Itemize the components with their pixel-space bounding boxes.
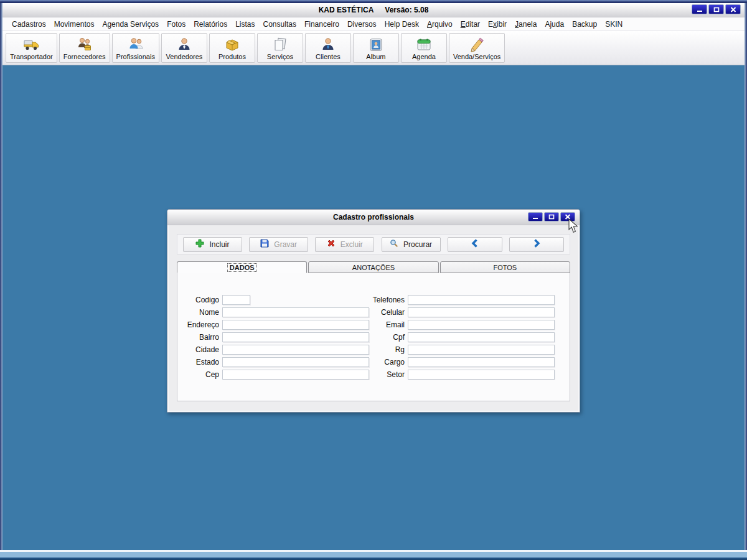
codigo-label: Codigo — [178, 296, 219, 304]
nome-label: Nome — [178, 308, 219, 317]
menu-item-ajuda[interactable]: Ajuda — [542, 19, 567, 30]
menu-item-help-desk[interactable]: Help Desk — [382, 19, 422, 30]
codigo-input[interactable] — [222, 295, 250, 305]
nome-input[interactable] — [222, 307, 369, 317]
menu-item-arquivo[interactable]: Arquivo — [424, 19, 456, 30]
album-icon — [368, 35, 384, 53]
documents-icon — [272, 35, 288, 53]
form-row: Nome — [178, 307, 369, 317]
estado-input[interactable] — [222, 357, 369, 367]
celular-input[interactable] — [408, 307, 555, 317]
previous-record-button[interactable] — [448, 237, 502, 252]
toolbar-button-profissionais[interactable]: Profissionais — [112, 33, 159, 63]
setor-input[interactable] — [408, 370, 555, 380]
menu-item-listas[interactable]: Listas — [232, 19, 258, 30]
next-record-button[interactable] — [509, 237, 564, 252]
toolbar-button-agenda[interactable]: Agenda — [401, 33, 447, 63]
celular-label: Celular — [365, 308, 405, 317]
professionals-icon — [128, 35, 144, 53]
toolbar-label: Vendedores — [166, 53, 203, 60]
gravar-button[interactable]: Gravar — [249, 237, 308, 252]
menu-item-janela[interactable]: Janela — [512, 19, 540, 30]
close-icon — [730, 5, 736, 14]
rg-label: Rg — [365, 345, 405, 354]
bairro-input[interactable] — [222, 332, 369, 342]
toolbar-button-album[interactable]: Album — [353, 33, 399, 63]
cidade-label: Cidade — [178, 345, 219, 354]
delete-x-icon — [327, 239, 336, 250]
toolbar-button-clientes[interactable]: Clientes — [305, 33, 351, 63]
toolbar-label: Profissionais — [116, 53, 155, 60]
main-toolbar: Transportador Fornecedores Profissionais… — [2, 31, 745, 65]
cpf-input[interactable] — [408, 332, 555, 342]
cadastro-profissionais-dialog: Cadastro profissionais Incluir Gravar Ex… — [167, 209, 580, 413]
menu-item-agenda-servicos[interactable]: Agenda Serviços — [99, 19, 162, 30]
endereco-input[interactable] — [222, 320, 369, 330]
main-titlebar: KAD ESTÉTICA Versão: 5.08 — [2, 3, 745, 17]
rg-input[interactable] — [408, 345, 555, 355]
bairro-label: Bairro — [178, 333, 219, 342]
menu-item-relatorios[interactable]: Relatórios — [190, 19, 230, 30]
toolbar-button-servicos[interactable]: Serviços — [257, 33, 303, 63]
tab-fotos[interactable]: FOTOS — [440, 261, 570, 273]
chevron-right-icon — [532, 239, 541, 250]
app-version: Versão: 5.08 — [385, 6, 428, 14]
email-input[interactable] — [408, 320, 555, 330]
dialog-minimize-button[interactable] — [528, 212, 543, 222]
menu-item-movimentos[interactable]: Movimentos — [51, 19, 98, 30]
products-icon — [224, 35, 240, 53]
suppliers-icon — [77, 35, 93, 53]
form-row: Setor — [365, 369, 555, 380]
form-row: Rg — [365, 344, 555, 355]
maximize-icon — [548, 212, 555, 222]
mouse-cursor — [568, 218, 578, 234]
form-row: Cep — [178, 369, 369, 380]
close-button[interactable] — [725, 4, 741, 14]
toolbar-label: Album — [366, 53, 385, 60]
truck-icon — [23, 35, 40, 53]
toolbar-button-fornecedores[interactable]: Fornecedores — [59, 33, 110, 63]
excluir-button[interactable]: Excluir — [315, 237, 374, 252]
dialog-titlebar: Cadastro profissionais — [167, 210, 580, 225]
cep-label: Cep — [178, 370, 219, 379]
maximize-icon — [713, 5, 720, 14]
menu-item-editar[interactable]: Editar — [458, 19, 483, 30]
window-frame-left — [0, 3, 2, 560]
toolbar-label: Produtos — [218, 53, 246, 60]
floppy-icon — [260, 239, 269, 250]
dialog-maximize-button[interactable] — [544, 212, 559, 222]
toolbar-button-vendedores[interactable]: Vendedores — [161, 33, 207, 63]
toolbar-label: Transportador — [10, 53, 53, 60]
cargo-input[interactable] — [408, 357, 555, 367]
minimize-button[interactable] — [692, 4, 707, 14]
menu-item-skin[interactable]: SKIN — [602, 19, 626, 30]
cargo-label: Cargo — [365, 358, 405, 366]
toolbar-label: Agenda — [412, 53, 436, 60]
dados-tab-panel: Codigo Nome Endereço Bairro Cidade Estad… — [177, 273, 570, 401]
window-frame-bottom — [0, 550, 747, 560]
menu-item-financeiro[interactable]: Financeiro — [301, 19, 342, 30]
menu-item-fotos[interactable]: Fotos — [164, 19, 189, 30]
cidade-input[interactable] — [222, 345, 369, 355]
form-row: Email — [365, 319, 555, 330]
menu-item-consultas[interactable]: Consultas — [260, 19, 299, 30]
search-icon — [390, 239, 398, 250]
incluir-button[interactable]: Incluir — [183, 237, 242, 252]
setor-label: Setor — [365, 370, 405, 379]
procurar-button[interactable]: Procurar — [382, 237, 441, 252]
maximize-button[interactable] — [708, 4, 724, 14]
menu-item-cadastros[interactable]: Cadastros — [9, 19, 49, 30]
menu-item-exibir[interactable]: Exibir — [485, 19, 510, 30]
telefones-label: Telefones — [365, 296, 405, 304]
tab-anotacoes[interactable]: ANOTAÇÕES — [308, 261, 438, 273]
toolbar-button-produtos[interactable]: Produtos — [209, 33, 255, 63]
cep-input[interactable] — [222, 370, 369, 380]
toolbar-button-transportador[interactable]: Transportador — [6, 33, 57, 63]
tab-dados[interactable]: DADOS — [177, 261, 307, 273]
menu-item-diversos[interactable]: Diversos — [344, 19, 380, 30]
email-label: Email — [365, 320, 405, 329]
telefones-input[interactable] — [408, 295, 555, 305]
form-row: Cpf — [365, 332, 555, 342]
toolbar-button-venda-servicos[interactable]: Venda/Serviços — [449, 33, 505, 63]
menu-item-backup[interactable]: Backup — [569, 19, 600, 30]
